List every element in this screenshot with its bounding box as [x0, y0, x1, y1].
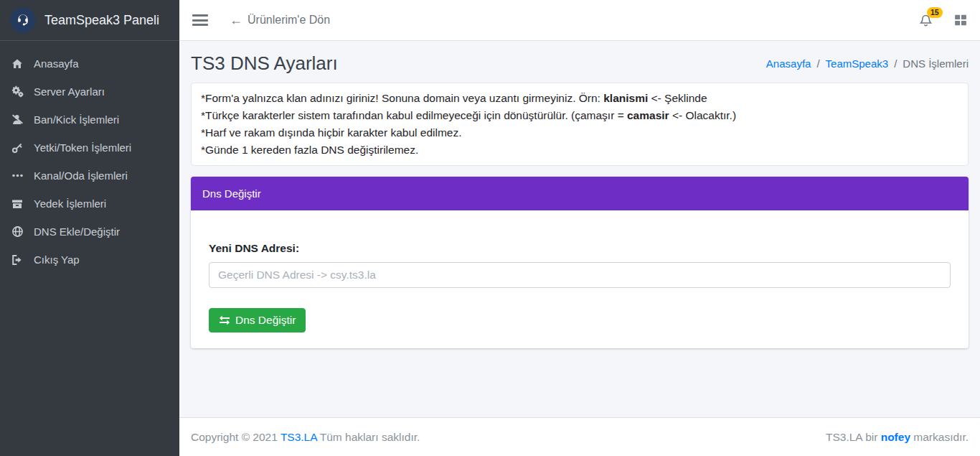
- info-line: *Form'a yalnızca klan adınızı giriniz! S…: [201, 90, 958, 107]
- sidebar-nav: AnasayfaServer AyarlarıBan/Kick İşlemler…: [0, 41, 179, 282]
- page-title: TS3 DNS Ayarları: [191, 52, 338, 75]
- left-arrow-icon: ←: [230, 14, 242, 27]
- hamburger-icon[interactable]: [192, 14, 208, 26]
- headset-icon: [10, 7, 36, 33]
- breadcrumb-item-anasayfa[interactable]: Anasayfa: [766, 57, 811, 70]
- footer: Copyright © 2021 TS3.LA Tüm hakları sakl…: [179, 417, 980, 456]
- back-link-label: Ürünlerim'e Dön: [248, 14, 330, 27]
- dns-change-button-label: Dns Değiştir: [235, 314, 296, 327]
- footer-brand-note: TS3.LA bir nofey markasıdır.: [826, 431, 969, 444]
- dns-input[interactable]: [209, 262, 951, 288]
- breadcrumb: Anasayfa/TeamSpeak3/DNS İşlemleri: [766, 57, 969, 70]
- breadcrumb-item-teamspeak3[interactable]: TeamSpeak3: [826, 57, 889, 70]
- sidebar-item-label: Cıkış Yap: [34, 253, 80, 266]
- brand[interactable]: TeamSpeak3 Paneli: [0, 0, 179, 41]
- key-icon: [11, 142, 29, 154]
- sidebar-item-server-ayarlar[interactable]: Server Ayarları: [0, 78, 179, 106]
- notifications-button[interactable]: 15: [919, 14, 933, 27]
- ellipsis-icon: [11, 169, 29, 182]
- back-to-products-link[interactable]: ← Ürünlerim'e Dön: [230, 14, 330, 27]
- sidebar: TeamSpeak3 Paneli AnasayfaServer Ayarlar…: [0, 0, 179, 456]
- gears-icon: [11, 85, 29, 98]
- footer-link-ts3-la[interactable]: TS3.LA: [281, 431, 317, 443]
- info-box: *Form'a yalnızca klan adınızı giriniz! S…: [191, 83, 969, 166]
- info-line: *Türkçe karakterler sistem tarafından ka…: [201, 107, 958, 124]
- main-column: ← Ürünlerim'e Dön 15: [179, 0, 980, 456]
- sidebar-item-yedek-i-lemleri[interactable]: Yedek İşlemleri: [0, 190, 179, 218]
- top-navbar: ← Ürünlerim'e Dön 15: [179, 0, 980, 41]
- info-line: *Günde 1 kereden fazla DNS değiştirileme…: [201, 141, 958, 159]
- notification-badge: 15: [927, 7, 943, 19]
- sidebar-item-label: DNS Ekle/Değiştir: [34, 225, 120, 238]
- sidebar-item-label: Yetki/Token İşlemleri: [34, 141, 131, 154]
- sidebar-item-label: Ban/Kick İşlemleri: [34, 113, 119, 126]
- sidebar-item-label: Yedek İşlemleri: [34, 197, 106, 210]
- brand-title: TeamSpeak3 Paneli: [44, 13, 159, 28]
- sidebar-item-ban-kick-i-lemleri[interactable]: Ban/Kick İşlemleri: [0, 106, 179, 134]
- sidebar-item-c-k-yap[interactable]: Cıkış Yap: [0, 246, 179, 274]
- breadcrumb-separator: /: [894, 57, 897, 70]
- dns-card: Dns Değiştir Yeni DNS Adresi: Dns De: [191, 177, 969, 348]
- sidebar-item-yetki-token-i-lemleri[interactable]: Yetki/Token İşlemleri: [0, 134, 179, 162]
- sidebar-item-label: Kanal/Oda İşlemleri: [34, 169, 128, 182]
- grid-icon[interactable]: [954, 14, 967, 27]
- exchange-icon: [219, 315, 230, 326]
- sign-out-icon: [11, 254, 29, 266]
- sidebar-item-anasayfa[interactable]: Anasayfa: [0, 50, 179, 78]
- dns-input-label: Yeni DNS Adresi:: [209, 242, 951, 255]
- dns-change-button[interactable]: Dns Değiştir: [209, 308, 306, 332]
- sidebar-item-dns-ekle-de-i-tir[interactable]: DNS Ekle/Değiştir: [0, 218, 179, 246]
- breadcrumb-separator: /: [816, 57, 819, 70]
- sidebar-item-kanal-oda-i-lemleri[interactable]: Kanal/Oda İşlemleri: [0, 162, 179, 190]
- user-slash-icon: [11, 113, 29, 126]
- sidebar-item-label: Server Ayarları: [34, 85, 105, 98]
- home-icon: [11, 58, 29, 70]
- sidebar-item-label: Anasayfa: [34, 57, 79, 70]
- content-area: TS3 DNS Ayarları Anasayfa/TeamSpeak3/DNS…: [179, 41, 980, 417]
- archive-icon: [11, 198, 29, 210]
- info-line: *Harf ve rakam dışında hiçbir karakter k…: [201, 124, 958, 141]
- breadcrumb-item-dns-i-lemleri: DNS İşlemleri: [903, 57, 969, 70]
- globe-icon: [11, 225, 29, 238]
- dns-card-header: Dns Değiştir: [191, 177, 969, 210]
- footer-link-nofey[interactable]: nofey: [881, 431, 910, 443]
- footer-copyright: Copyright © 2021 TS3.LA Tüm hakları sakl…: [191, 431, 420, 444]
